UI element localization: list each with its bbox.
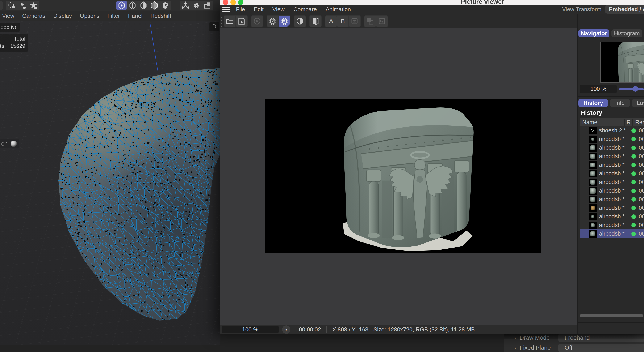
history-row[interactable]: airpodsb *00:00: [580, 144, 644, 152]
history-row[interactable]: shoesb 2 *00:00: [580, 126, 644, 135]
history-item-time: 00:00: [639, 230, 644, 237]
ram-player-chip-icon[interactable]: [279, 15, 290, 27]
menu-file[interactable]: File: [236, 6, 245, 13]
render-time: 00:00:02: [299, 326, 321, 333]
history-row[interactable]: airpodsb *00:00: [580, 169, 644, 178]
image-canvas-area[interactable]: [220, 28, 578, 325]
menu-redshift[interactable]: Redshift: [150, 13, 171, 19]
menu-animation[interactable]: Animation: [326, 6, 351, 13]
cancel-render-button[interactable]: [252, 15, 263, 27]
history-thumbnail: [589, 127, 596, 135]
history-row[interactable]: airpodsb *00:00: [580, 161, 644, 169]
version-b-button[interactable]: B: [337, 15, 348, 27]
axis-mode-icon[interactable]: [180, 1, 191, 10]
render-status-icon: [632, 128, 636, 133]
navigator-zoom-slider[interactable]: [619, 88, 644, 90]
history-thumbnail: [589, 230, 596, 238]
tab-histogram[interactable]: Histogram: [612, 29, 642, 37]
menu-display[interactable]: Display: [53, 13, 72, 19]
polygons-mode-icon[interactable]: [138, 1, 149, 10]
close-window-button[interactable]: [223, 0, 228, 4]
history-horizontal-scrollbar[interactable]: [580, 314, 643, 317]
menu-options[interactable]: Options: [80, 13, 99, 19]
compare-flip-icon[interactable]: [310, 15, 321, 27]
tab-history[interactable]: History: [578, 99, 608, 107]
menu-filter[interactable]: Filter: [107, 13, 120, 19]
history-item-time: 00:00: [639, 196, 644, 203]
history-row[interactable]: airpodsb *00:00: [580, 135, 644, 144]
history-item-name: airpodsb *: [599, 136, 631, 143]
clear-cache-chip-icon[interactable]: [267, 15, 278, 27]
history-table-header: Name R Rende: [580, 118, 644, 126]
modeling-settings-gear-icon[interactable]: [191, 1, 202, 10]
zoom-dropdown-button[interactable]: ▼: [282, 325, 290, 334]
viewport-camera-label: pective: [0, 23, 20, 32]
navigator-zoom-field[interactable]: 100 %: [580, 85, 617, 93]
menu-panel[interactable]: Panel: [128, 13, 142, 19]
export-image-icon[interactable]: [376, 15, 388, 27]
lasso-selection-icon[interactable]: [6, 1, 17, 10]
history-row[interactable]: airpodsb *00:00: [580, 221, 644, 229]
swap-ab-icon[interactable]: [349, 15, 360, 27]
contrast-icon[interactable]: [294, 15, 306, 27]
copy-layers-icon[interactable]: [364, 15, 376, 27]
viewport-3d[interactable]: [0, 21, 220, 345]
minimize-window-button[interactable]: [230, 0, 236, 4]
model-mode-icon[interactable]: [149, 1, 160, 10]
column-render[interactable]: Rende: [632, 119, 644, 126]
object-tag[interactable]: en: [0, 139, 19, 148]
history-item-time: 00:00: [639, 187, 644, 194]
disclosure-icon[interactable]: ›: [514, 345, 520, 351]
navigator-thumbnail[interactable]: [600, 41, 644, 83]
render-status-icon: [632, 232, 636, 236]
stone-chest-render: [330, 105, 478, 252]
status-divider: [326, 326, 327, 333]
tab-navigator[interactable]: Navigator: [578, 29, 609, 37]
fixed-plane-value[interactable]: Off: [558, 344, 644, 352]
navigator-zoom-knob[interactable]: [633, 86, 638, 92]
history-row[interactable]: airpodsb *00:00: [580, 212, 644, 221]
open-folder-button[interactable]: [224, 15, 236, 27]
workplane-icon[interactable]: [202, 1, 212, 10]
window-titlebar[interactable]: Picture Viewer: [220, 0, 644, 4]
render-status-icon: [632, 163, 636, 167]
texture-mode-icon[interactable]: [160, 1, 170, 10]
zoom-window-button[interactable]: [238, 0, 244, 4]
column-name[interactable]: Name: [580, 119, 624, 126]
menu-compare[interactable]: Compare: [294, 6, 317, 13]
cut-toolbar-icon[interactable]: [0, 1, 2, 10]
history-item-time: 00:00: [639, 162, 644, 168]
history-item-time: 00:00: [639, 145, 644, 151]
viewport-stats: Total ts15629: [0, 33, 28, 52]
history-row[interactable]: airpodsb *00:00: [580, 186, 644, 195]
menu-view[interactable]: View: [272, 6, 284, 13]
chevron-down-icon: ▼: [284, 328, 288, 332]
tab-info[interactable]: Info: [610, 99, 630, 107]
snap-pointer-icon[interactable]: [17, 1, 28, 10]
history-row[interactable]: airpodsb *00:00: [580, 229, 644, 238]
save-image-button[interactable]: [236, 15, 247, 27]
history-item-name: airpodsb *: [599, 213, 631, 220]
zoom-level-field[interactable]: 100 %: [222, 326, 279, 333]
render-status-icon: [632, 197, 636, 202]
star-selection-icon[interactable]: [28, 1, 39, 10]
edges-mode-icon[interactable]: [127, 1, 138, 10]
history-row[interactable]: airpodsb *00:00: [580, 152, 644, 161]
version-a-button[interactable]: A: [325, 15, 337, 27]
object-tag-label: en: [1, 141, 8, 147]
history-row[interactable]: airpodsb *00:00: [580, 204, 644, 212]
history-thumbnail: [589, 221, 596, 229]
menu-cameras[interactable]: Cameras: [22, 13, 45, 19]
menu-edit[interactable]: Edit: [254, 6, 264, 13]
menu-view[interactable]: View: [2, 13, 14, 19]
column-r[interactable]: R: [624, 119, 632, 126]
history-row[interactable]: airpodsb *00:00: [580, 178, 644, 186]
tab-layer[interactable]: Layer: [632, 99, 644, 107]
points-mode-icon[interactable]: [116, 1, 127, 10]
history-row[interactable]: airpodsb *00:00: [580, 195, 644, 204]
viewport-menubar: View Cameras Display Options Filter Pane…: [0, 11, 222, 21]
selection-tool-group: [6, 1, 39, 10]
view-transform-dropdown[interactable]: Embedded / AC: [605, 5, 644, 14]
hamburger-menu-icon[interactable]: [222, 7, 230, 12]
history-thumbnail: [589, 144, 596, 152]
